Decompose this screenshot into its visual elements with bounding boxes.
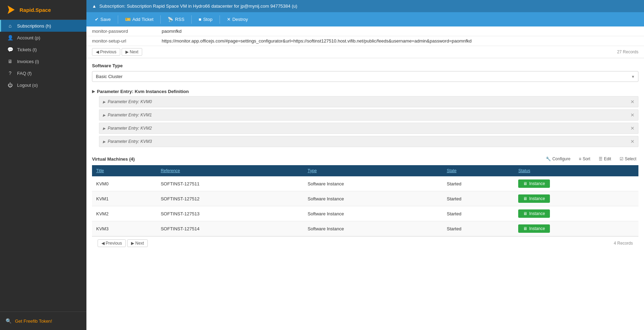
logo: Rapid.Space <box>0 0 86 20</box>
table-row: KVM1 SOFTINST-127512 Software Instance S… <box>92 191 638 206</box>
next-bottom-label: ▶ Next <box>131 241 144 246</box>
cell-type: Software Instance <box>304 221 443 236</box>
sidebar-item-faq[interactable]: ? FAQ (f) <box>0 67 86 79</box>
home-icon: ⌂ <box>7 23 14 29</box>
cell-status: 🖥 Instance <box>514 221 638 236</box>
sidebar-freefib-token[interactable]: 🔍 Get Freefib Token! <box>6 315 81 327</box>
sidebar: Rapid.Space ⌂ Subscriptions (h) 👤 Accoun… <box>0 0 86 330</box>
close-kvm1-button[interactable]: ✕ <box>630 112 635 118</box>
software-type-select[interactable]: Basic Cluster <box>92 71 638 82</box>
close-kvm2-button[interactable]: ✕ <box>630 125 635 131</box>
cell-state: Started <box>443 206 514 221</box>
sort-button[interactable]: ≡ Sort <box>577 155 592 162</box>
sidebar-item-invoices[interactable]: 🖥 Invoices (i) <box>0 55 86 67</box>
sort-label: Sort <box>583 156 590 161</box>
edit-button[interactable]: ☰ Edit <box>597 155 613 162</box>
cell-status: 🖥 Instance <box>514 176 638 191</box>
toolbar: ✔ Save 🎫 Add Ticket 📡 RSS ■ Stop ✕ Destr… <box>86 12 644 26</box>
table-row: KVM3 SOFTINST-127514 Software Instance S… <box>92 221 638 236</box>
col-type[interactable]: Type <box>304 165 443 176</box>
cell-status: 🖥 Instance <box>514 191 638 206</box>
previous-button[interactable]: ◀ Previous <box>92 48 120 56</box>
info-value: https://monitor.app.officejs.com/#page=s… <box>156 36 644 46</box>
cell-type: Software Instance <box>304 206 443 221</box>
param-sub-label: Parameter Entry: KVM0 <box>108 99 152 104</box>
stop-button[interactable]: ■ Stop <box>194 15 217 24</box>
add-ticket-button[interactable]: 🎫 Add Ticket <box>121 15 158 24</box>
save-label: Save <box>100 17 111 22</box>
sidebar-item-label: Subscriptions (h) <box>17 23 51 29</box>
table-row: KVM2 SOFTINST-127513 Software Instance S… <box>92 206 638 221</box>
vm-actions: 🔧 Configure ≡ Sort ☰ Edit ☑ Select <box>544 155 638 162</box>
toolbar-separator3 <box>191 15 192 24</box>
prev-bottom-button[interactable]: ◀ Previous <box>98 239 126 247</box>
sidebar-item-account[interactable]: 👤 Account (p) <box>0 32 86 44</box>
instance-button[interactable]: 🖥 Instance <box>518 224 550 233</box>
pagination-bottom: ◀ Previous ▶ Next 4 Records <box>92 236 638 250</box>
param-entry-label: ▶ Parameter Entry: KVM0 <box>103 99 152 104</box>
next-label: ▶ Next <box>125 49 138 54</box>
logo-text: Rapid.Space <box>20 7 51 13</box>
info-key: monitor-password <box>86 26 156 36</box>
pagination-buttons-bottom: ◀ Previous ▶ Next <box>98 239 148 247</box>
param-sub-entry-kvm1[interactable]: ▶ Parameter Entry: KVM1 ✕ <box>99 109 638 121</box>
select-button[interactable]: ☑ Select <box>618 155 638 162</box>
next-bottom-button[interactable]: ▶ Next <box>127 239 148 247</box>
param-sub-label: Parameter Entry: KVM2 <box>108 126 152 131</box>
cell-title: KVM3 <box>92 221 156 236</box>
cell-state: Started <box>443 191 514 206</box>
sub-expand-arrow: ▶ <box>103 113 106 117</box>
vm-section: Virtual Machines (4) 🔧 Configure ≡ Sort … <box>86 152 644 250</box>
monitor-icon: 🖥 <box>523 181 527 186</box>
vm-table: Title Reference Type State Status KVM0 S… <box>92 165 638 236</box>
close-kvm3-button[interactable]: ✕ <box>630 139 635 144</box>
sidebar-item-tickets[interactable]: 💬 Tickets (t) <box>0 44 86 55</box>
cell-state: Started <box>443 176 514 191</box>
cell-status: 🖥 Instance <box>514 206 638 221</box>
page-content: monitor-password paomnfkd monitor-setup-… <box>86 26 644 330</box>
software-type-select-wrapper: Basic Cluster <box>92 71 638 82</box>
search-icon: 🔍 <box>6 318 12 324</box>
param-main-label: Parameter Entry: Kvm Instances Definitio… <box>97 89 189 94</box>
param-section: ▶ Parameter Entry: Kvm Instances Definit… <box>86 87 644 152</box>
next-button[interactable]: ▶ Next <box>122 48 142 56</box>
faq-icon: ? <box>7 70 14 76</box>
sidebar-nav: ⌂ Subscriptions (h) 👤 Account (p) 💬 Tick… <box>0 20 86 312</box>
table-row: KVM0 SOFTINST-127511 Software Instance S… <box>92 176 638 191</box>
param-entry-label: ▶ Parameter Entry: KVM2 <box>103 126 152 131</box>
destroy-button[interactable]: ✕ Destroy <box>223 15 252 24</box>
sidebar-item-logout[interactable]: ⏻ Logout (o) <box>0 79 86 91</box>
cell-state: Started <box>443 221 514 236</box>
breadcrumb-bar: ▲ Subscription: Subscription Rapid Space… <box>86 0 644 12</box>
instance-button[interactable]: 🖥 Instance <box>518 179 550 188</box>
sidebar-item-label: Tickets (t) <box>17 47 37 52</box>
configure-label: Configure <box>552 156 570 161</box>
param-main-header[interactable]: ▶ Parameter Entry: Kvm Instances Definit… <box>92 87 638 96</box>
bottom-records-count: 4 Records <box>614 241 633 246</box>
configure-button[interactable]: 🔧 Configure <box>544 155 573 162</box>
close-kvm0-button[interactable]: ✕ <box>630 99 635 105</box>
col-status[interactable]: Status <box>514 165 638 176</box>
col-title[interactable]: Title <box>92 165 156 176</box>
param-sub-entry-kvm0[interactable]: ▶ Parameter Entry: KVM0 ✕ <box>99 96 638 107</box>
param-sub-label: Parameter Entry: KVM1 <box>108 113 152 117</box>
param-sub-entry-kvm3[interactable]: ▶ Parameter Entry: KVM3 ✕ <box>99 136 638 147</box>
col-reference[interactable]: Reference <box>156 165 304 176</box>
instance-button[interactable]: 🖥 Instance <box>518 209 550 218</box>
rss-label: RSS <box>175 17 184 22</box>
invoice-icon: 🖥 <box>7 59 14 64</box>
destroy-icon: ✕ <box>227 17 231 22</box>
cell-reference: SOFTINST-127513 <box>156 206 304 221</box>
save-button[interactable]: ✔ Save <box>91 15 115 24</box>
select-label: Select <box>625 156 636 161</box>
sidebar-item-subscriptions[interactable]: ⌂ Subscriptions (h) <box>0 20 86 32</box>
col-state[interactable]: State <box>443 165 514 176</box>
param-sub-entry-kvm2[interactable]: ▶ Parameter Entry: KVM2 ✕ <box>99 123 638 134</box>
sub-expand-arrow: ▶ <box>103 140 106 144</box>
expand-arrow: ▶ <box>92 89 95 94</box>
check-icon: ✔ <box>95 17 99 22</box>
wrench-icon: 🔧 <box>546 156 551 161</box>
sub-expand-arrow: ▶ <box>103 100 106 104</box>
rss-button[interactable]: 📡 RSS <box>163 15 189 24</box>
instance-button[interactable]: 🖥 Instance <box>518 194 550 203</box>
